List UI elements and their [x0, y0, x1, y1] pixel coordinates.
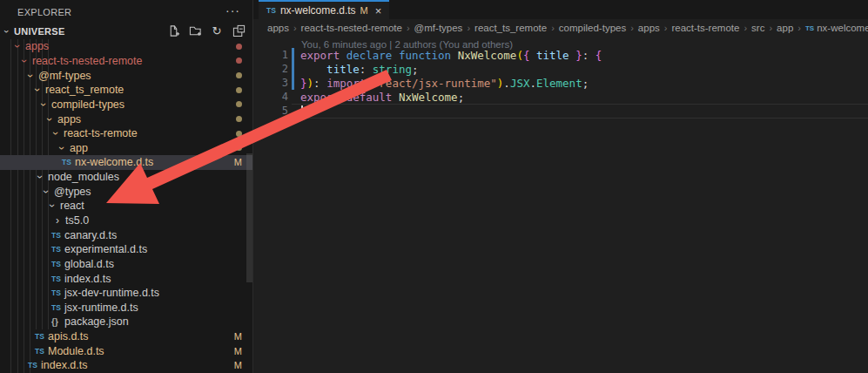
- code-line-1[interactable]: 1export declare function NxWelcome({ tit…: [253, 48, 868, 62]
- editor-group: TS nx-welcome.d.ts M × apps›react-ts-nes…: [253, 0, 868, 373]
- tab-nx-welcome[interactable]: TS nx-welcome.d.ts M ×: [259, 0, 389, 19]
- tree-item-label: react_ts_remote: [45, 84, 124, 96]
- ts-file-icon: TS: [35, 332, 48, 341]
- git-modified-badge: M: [234, 346, 242, 356]
- chevron-down-icon[interactable]: ›: [46, 200, 58, 211]
- code-area[interactable]: 1export declare function NxWelcome({ tit…: [253, 48, 868, 118]
- ts-file-icon: TS: [28, 361, 41, 370]
- sidebar-scrollbar[interactable]: [246, 153, 252, 282]
- tree-item-jsx-runtime.d.ts[interactable]: TSjsx-runtime.d.ts: [0, 301, 252, 315]
- breadcrumb-separator: ›: [407, 23, 410, 33]
- git-modified-dot: [236, 72, 242, 78]
- chevron-down-icon[interactable]: ›: [31, 85, 44, 95]
- tree-item-ts5.0[interactable]: ›ts5.0: [0, 214, 252, 228]
- code-text: export default NxWelcome;: [300, 91, 464, 104]
- breadcrumb-item-apps[interactable]: apps: [267, 23, 289, 33]
- code-line-2[interactable]: 2 title: string;: [253, 62, 868, 76]
- chevron-down-icon[interactable]: ›: [56, 143, 68, 153]
- tree-item-global.d.ts[interactable]: TSglobal.d.ts: [0, 257, 252, 272]
- tree-item-react[interactable]: ›react: [0, 199, 252, 214]
- ts-file-icon: TS: [266, 6, 276, 15]
- breadcrumb-item-react_ts_remote[interactable]: react_ts_remote: [474, 23, 547, 33]
- breadcrumb-separator: ›: [630, 23, 634, 33]
- tree-item-label: experimental.d.ts: [64, 243, 147, 255]
- tree-item-label: apps: [57, 113, 81, 125]
- gutter-change-indicator: [292, 76, 294, 90]
- tree-item-label: @types: [54, 186, 91, 198]
- tree-item-compiled-types[interactable]: ›compiled-types: [0, 98, 252, 112]
- chevron-down-icon[interactable]: ›: [40, 186, 52, 197]
- tree-item-react-ts-nested-remote[interactable]: ›react-ts-nested-remote: [0, 54, 252, 69]
- breadcrumb-item-react-ts-nested-remote[interactable]: react-ts-nested-remote: [301, 23, 402, 33]
- chevron-down-icon[interactable]: ›: [44, 114, 56, 125]
- breadcrumb: apps›react-ts-nested-remote›@mf-types›re…: [253, 19, 868, 37]
- breadcrumb-item-compiled-types[interactable]: compiled-types: [559, 23, 626, 33]
- chevron-down-icon[interactable]: ›: [24, 71, 37, 81]
- tree-item-apps[interactable]: ›apps: [0, 39, 252, 54]
- chevron-right-icon[interactable]: ›: [52, 214, 63, 227]
- breadcrumb-separator: ›: [551, 23, 555, 33]
- breadcrumb-separator: ›: [744, 23, 747, 33]
- tree-item-Module.d.ts[interactable]: TSModule.d.tsM: [0, 343, 252, 358]
- current-line-border-bottom: [292, 118, 868, 119]
- tree-item-experimental.d.ts[interactable]: TSexperimental.d.ts: [0, 242, 252, 257]
- tree-item-index.d.ts[interactable]: TSindex.d.ts: [0, 271, 252, 286]
- json-file-icon: {}: [51, 317, 64, 327]
- tree-item-react_ts_remote[interactable]: ›react_ts_remote: [0, 83, 252, 98]
- tree-item-app[interactable]: ›app: [0, 140, 252, 155]
- ts-file-icon: TS: [62, 158, 75, 166]
- line-number: 5: [253, 105, 288, 117]
- breadcrumb-item-apps[interactable]: apps: [638, 23, 660, 33]
- ts-file-icon: TS: [51, 245, 64, 254]
- tree-item-nx-welcome.d.ts[interactable]: TSnx-welcome.d.tsM: [0, 155, 252, 170]
- chevron-down-icon[interactable]: ›: [11, 41, 24, 51]
- line-number: 2: [253, 63, 288, 75]
- tree-item-index.d.ts[interactable]: TSindex.d.tsM: [0, 358, 252, 373]
- tree-item-apis.d.ts[interactable]: TSapis.d.tsM: [0, 329, 252, 344]
- ts-file-icon: TS: [51, 303, 64, 312]
- breadcrumb-item-src[interactable]: src: [751, 23, 764, 33]
- tree-item-label: react-ts-remote: [64, 127, 138, 139]
- tree-item-canary.d.ts[interactable]: TScanary.d.ts: [0, 227, 252, 242]
- tree-item-package.json[interactable]: {}package.json: [0, 315, 252, 329]
- git-modified-badge: M: [234, 360, 242, 370]
- tree-item-label: package.json: [64, 315, 129, 328]
- breadcrumb-separator: ›: [467, 23, 470, 33]
- code-line-4[interactable]: 4export default NxWelcome;: [253, 90, 868, 104]
- tree-item-label: node_modules: [48, 171, 119, 183]
- close-icon[interactable]: ×: [375, 4, 382, 17]
- tree-item-node_modules[interactable]: ›node_modules: [0, 170, 252, 185]
- breadcrumb-separator: ›: [769, 23, 772, 33]
- tree-item-label: index.d.ts: [41, 359, 88, 371]
- chevron-down-icon[interactable]: ›: [37, 99, 50, 110]
- chevron-down-icon[interactable]: ›: [50, 128, 62, 139]
- ts-file-icon: TS: [51, 275, 64, 283]
- breadcrumb-item-@mf-types[interactable]: @mf-types: [414, 23, 463, 33]
- code-line-3[interactable]: 3}): import("react/jsx-runtime").JSX.Ele…: [253, 76, 868, 90]
- ts-file-icon: TS: [805, 24, 814, 32]
- breadcrumb-separator: ›: [797, 23, 801, 33]
- breadcrumb-item-app[interactable]: app: [777, 23, 793, 33]
- tree-item-jsx-dev-runtime.d.ts[interactable]: TSjsx-dev-runtime.d.ts: [0, 286, 252, 301]
- breadcrumb-item-react-ts-remote[interactable]: react-ts-remote: [671, 23, 739, 33]
- tree-item-@mf-types[interactable]: ›@mf-types: [0, 68, 252, 83]
- tree-item-apps[interactable]: ›apps: [0, 112, 252, 126]
- code-text: }): import("react/jsx-runtime").JSX.Elem…: [300, 77, 589, 90]
- tree-item-@types[interactable]: ›@types: [0, 184, 252, 199]
- code-line-5[interactable]: 5: [253, 104, 868, 118]
- ts-file-icon: TS: [51, 288, 64, 297]
- git-modified-dot: [236, 44, 242, 50]
- git-modified-badge: M: [234, 157, 242, 167]
- tree-item-label: ts5.0: [65, 214, 89, 227]
- ts-file-icon: TS: [51, 260, 64, 268]
- chevron-down-icon[interactable]: ›: [18, 56, 30, 66]
- line-number: 1: [253, 49, 288, 61]
- chevron-down-icon[interactable]: ›: [34, 172, 46, 182]
- tree-item-label: apps: [25, 40, 49, 52]
- code-text: export declare function NxWelcome({ titl…: [300, 49, 602, 62]
- breadcrumb-item-file[interactable]: nx-welcome.d.ts: [817, 23, 868, 33]
- git-modified-dot: [236, 116, 242, 122]
- gutter-change-indicator: [292, 90, 294, 104]
- tree-item-react-ts-remote[interactable]: ›react-ts-remote: [0, 126, 252, 141]
- tab-bar: TS nx-welcome.d.ts M ×: [253, 0, 868, 19]
